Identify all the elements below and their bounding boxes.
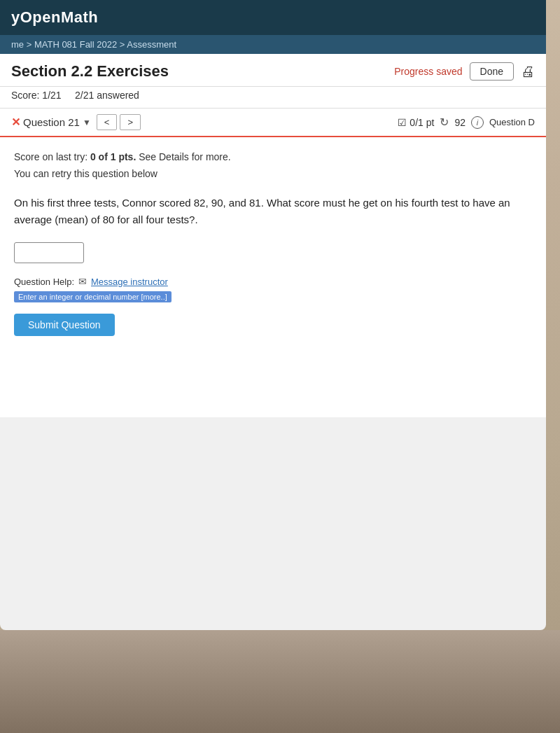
points-badge: ☑ 0/1 pt: [398, 117, 434, 128]
breadcrumb-sep1: >: [27, 39, 34, 50]
envelope-icon: ✉: [78, 276, 87, 287]
breadcrumb-course[interactable]: MATH 081 Fall 2022: [34, 39, 117, 50]
bottom-background: [0, 630, 560, 733]
score-bar: Score: 1/21 2/21 answered: [0, 87, 546, 109]
question-text: On his first three tests, Connor scored …: [14, 195, 532, 228]
browser-screen: yOpenMath me > MATH 081 Fall 2022 > Asse…: [0, 0, 546, 630]
breadcrumb-sep2: >: [120, 39, 127, 50]
nav-arrows: < >: [97, 114, 141, 130]
answer-input-container: [14, 242, 532, 276]
breadcrumb-section[interactable]: Assessment: [127, 39, 176, 50]
input-hint-container: Enter an integer or decimal number [more…: [14, 290, 532, 314]
page-title: Section 2.2 Exercises: [11, 62, 169, 81]
question-nav: ✕ Question 21 ▼ < > ☑ 0/1 pt ↻ 92 i Ques…: [0, 109, 546, 137]
retry-notice: You can retry this question below: [14, 168, 532, 179]
done-button[interactable]: Done: [470, 62, 514, 81]
main-content: Score on last try: 0 of 1 pts. See Detai…: [0, 137, 546, 417]
question-help-label: Question Help:: [14, 277, 74, 287]
question-help: Question Help: ✉ Message instructor: [14, 276, 532, 287]
input-hint: Enter an integer or decimal number [more…: [14, 291, 172, 302]
score-label: Score: 1/21: [11, 90, 62, 101]
title-bar: Section 2.2 Exercises Progress saved Don…: [0, 54, 546, 87]
title-right: Progress saved Done 🖨: [394, 62, 535, 81]
question-nav-left: ✕ Question 21 ▼ < >: [11, 114, 141, 130]
message-instructor-link[interactable]: Message instructor: [91, 277, 168, 287]
question-nav-right: ☑ 0/1 pt ↻ 92 i Question D: [398, 116, 535, 129]
score-last-try: Score on last try: 0 of 1 pts. See Detai…: [14, 151, 532, 162]
print-icon[interactable]: 🖨: [521, 64, 535, 80]
prev-question-button[interactable]: <: [97, 114, 118, 130]
retry-icon: ↻: [440, 116, 449, 129]
question-detail-label: Question D: [489, 117, 535, 127]
progress-saved-label: Progress saved: [394, 66, 462, 77]
info-icon[interactable]: i: [471, 116, 484, 129]
answer-input[interactable]: [14, 242, 84, 263]
points-label: 0/1 pt: [410, 117, 434, 128]
app-header: yOpenMath: [0, 0, 546, 35]
submit-question-button[interactable]: Submit Question: [14, 314, 115, 336]
title-left: Section 2.2 Exercises: [11, 62, 169, 81]
x-mark: ✕: [11, 116, 20, 129]
question-selector: ✕ Question 21 ▼: [11, 116, 91, 129]
checkbox-icon: ☑: [398, 117, 407, 128]
dropdown-arrow-icon[interactable]: ▼: [83, 118, 91, 127]
breadcrumb-home[interactable]: me: [11, 39, 24, 50]
app-title: yOpenMath: [11, 8, 98, 26]
answered-label: 2/21 answered: [75, 90, 139, 101]
breadcrumb: me > MATH 081 Fall 2022 > Assessment: [0, 35, 546, 54]
retry-count: 92: [454, 117, 465, 128]
question-label: Question 21: [23, 116, 80, 128]
next-question-button[interactable]: >: [120, 114, 141, 130]
